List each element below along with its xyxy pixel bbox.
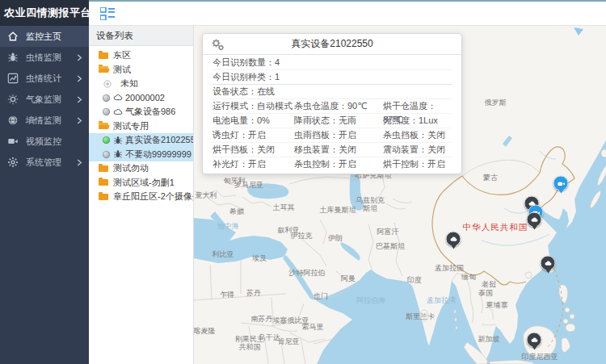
cloud-icon xyxy=(530,336,538,344)
tree-item-east-area[interactable]: 东区 xyxy=(89,48,193,63)
bug-icon xyxy=(113,136,123,145)
status-dot-online xyxy=(103,136,110,144)
layout-toggle-icon[interactable] xyxy=(100,7,115,20)
sidebar-item-system-manage[interactable]: 系统管理 xyxy=(0,152,89,173)
sidebar-item-soil-monitor[interactable]: 墒情监测 xyxy=(0,110,89,131)
camera-icon xyxy=(557,179,565,187)
gear-icon xyxy=(7,157,19,168)
popup-detail-cell: 杀虫挡板：关闭 xyxy=(383,128,452,142)
popup-detail-cell: 光照度：1Lux xyxy=(383,114,452,128)
device-info-popup: 真实设备21022550 今日识别数量：4今日识别种类：1设备状态：在线运行模式… xyxy=(202,33,462,174)
cloud-icon xyxy=(544,259,552,267)
sidebar-item-label: 系统管理 xyxy=(26,157,77,169)
folder-icon xyxy=(99,194,108,200)
chevron-right-icon xyxy=(77,96,85,103)
tree-item-zhangqiu-cameras[interactable]: 章丘阳丘区-2个摄像头 xyxy=(89,190,193,204)
marker-camera-ne[interactable] xyxy=(553,176,569,191)
video-icon xyxy=(7,136,19,147)
folder-icon xyxy=(99,52,108,59)
popup-detail-cell: 烘干控制：开启 xyxy=(383,157,452,171)
tree-item-weather-986[interactable]: 气象设备986 xyxy=(89,105,193,119)
sidebar-item-insect-monitor[interactable]: 虫情监测 xyxy=(0,47,89,68)
sidebar-item-label: 虫情统计 xyxy=(26,73,77,85)
bug-icon xyxy=(7,52,19,63)
sidebar-item-weather-monitor[interactable]: 气象监测 xyxy=(0,89,89,110)
status-dot-offline xyxy=(103,94,110,102)
popup-header: 真实设备21022550 xyxy=(203,34,461,55)
popup-detail-cell: 补光灯：开启 xyxy=(213,157,294,171)
tree-item-test[interactable]: 测试 xyxy=(89,63,193,77)
status-dot-offline xyxy=(103,108,110,115)
popup-detail-cell: 烘干挡板：关闭 xyxy=(213,143,294,157)
popup-summary-line: 今日识别数量：4 xyxy=(213,56,452,70)
sidebar: 农业四情测报平台 监控主页虫情监测虫情统计气象监测墒情监测视频监控系统管理 xyxy=(0,0,89,364)
tree-item-test-special[interactable]: 测试专用 xyxy=(89,119,193,134)
popup-title: 真实设备21022550 xyxy=(291,38,372,49)
device-tree: 东区测试未知20000002气象设备986测试专用真实设备21022550不要动… xyxy=(89,46,193,204)
tree-item-test-no-touch[interactable]: 测试勿动 xyxy=(89,161,193,176)
sidebar-item-label: 视频监控 xyxy=(26,136,77,148)
folder-icon xyxy=(99,123,108,129)
folder-icon xyxy=(99,165,108,172)
cloud-icon xyxy=(113,93,123,103)
cloud-icon xyxy=(530,215,538,224)
popup-detail-cell: 降雨状态：无雨 xyxy=(294,114,383,128)
sidebar-item-label: 墒情监测 xyxy=(26,115,77,127)
tree-item-device-20000002[interactable]: 20000002 xyxy=(89,91,193,106)
device-list-panel: 设备列表 东区测试未知20000002气象设备986测试专用真实设备210225… xyxy=(89,26,194,364)
popup-body: 今日识别数量：4今日识别种类：1设备状态：在线运行模式：自动模式杀虫仓温度：90… xyxy=(203,55,461,174)
chevron-right-icon xyxy=(77,75,85,82)
tree-item-label: 章丘阳丘区-2个摄像头 xyxy=(113,190,193,203)
radio-icon xyxy=(103,79,112,89)
folder-icon xyxy=(99,66,108,73)
tree-item-label: 测试勿动 xyxy=(113,162,149,174)
popup-detail-row: 补光灯：开启杀虫控制：开启烘干控制：开启 xyxy=(213,157,452,171)
app-root: 农业四情测报平台 监控主页虫情监测虫情统计气象监测墒情监测视频监控系统管理 设备… xyxy=(0,0,606,364)
tree-item-label: 真实设备21022550 xyxy=(125,134,193,146)
tree-item-unknown[interactable]: 未知 xyxy=(89,77,193,91)
chevron-right-icon xyxy=(77,159,85,166)
cloud-icon xyxy=(449,235,457,243)
popup-detail-cell: 震动装置：关闭 xyxy=(383,143,452,157)
cloud-icon xyxy=(113,107,123,117)
popup-detail-cell: 虫雨挡板：开启 xyxy=(294,128,383,142)
bug-icon xyxy=(113,149,123,159)
popup-detail-cell: 杀虫控制：开启 xyxy=(294,157,383,171)
folder-icon xyxy=(99,179,108,186)
tree-item-label: 测试 xyxy=(113,64,131,76)
device-settings-icon[interactable] xyxy=(212,38,224,50)
sidebar-item-label: 气象监测 xyxy=(26,94,77,106)
sidebar-item-monitor-home[interactable]: 监控主页 xyxy=(0,26,89,47)
tree-item-label: 测试区域-勿删1 xyxy=(113,177,175,189)
marker-weather-2[interactable] xyxy=(527,212,542,228)
sidebar-item-label: 虫情监测 xyxy=(26,52,77,64)
sidebar-item-insect-stats[interactable]: 虫情统计 xyxy=(0,68,89,89)
sidebar-item-video-monitor[interactable]: 视频监控 xyxy=(0,131,89,152)
tree-item-label: 气象设备986 xyxy=(125,106,175,118)
device-list-header: 设备列表 xyxy=(89,26,193,46)
tree-item-label: 东区 xyxy=(113,49,131,61)
marker-weather-id[interactable] xyxy=(527,333,542,348)
chart-icon xyxy=(7,73,19,84)
popup-detail-row: 运行模式：自动模式杀虫仓温度：90℃烘干仓温度：87℃ xyxy=(213,99,452,114)
app-title: 农业四情测报平台 xyxy=(0,0,89,26)
home-icon xyxy=(7,31,19,42)
chevron-right-icon xyxy=(77,54,85,61)
tree-item-dont-touch-99999999[interactable]: 不要动99999999 xyxy=(89,148,193,162)
marker-weather-tibet[interactable] xyxy=(446,232,461,247)
popup-detail-cell: 移虫装置：关闭 xyxy=(294,143,383,157)
globe-icon xyxy=(7,115,19,126)
chevron-right-icon xyxy=(77,117,85,124)
sidebar-item-label: 监控主页 xyxy=(26,31,77,43)
popup-summary-line: 今日识别种类：1 xyxy=(213,70,452,85)
tree-item-label: 测试专用 xyxy=(113,120,149,132)
sun-icon xyxy=(7,94,19,105)
tree-item-real-device-21022550[interactable]: 真实设备21022550 xyxy=(89,133,193,148)
tree-item-test-area-del1[interactable]: 测试区域-勿删1 xyxy=(89,176,193,190)
tree-item-label: 未知 xyxy=(120,77,138,90)
tree-item-label: 20000002 xyxy=(125,93,165,103)
top-bar xyxy=(89,0,606,26)
tree-item-label: 不要动99999999 xyxy=(125,149,191,161)
marker-weather-tw[interactable] xyxy=(541,256,556,271)
popup-detail-cell: 电池电量：0% xyxy=(213,114,294,128)
